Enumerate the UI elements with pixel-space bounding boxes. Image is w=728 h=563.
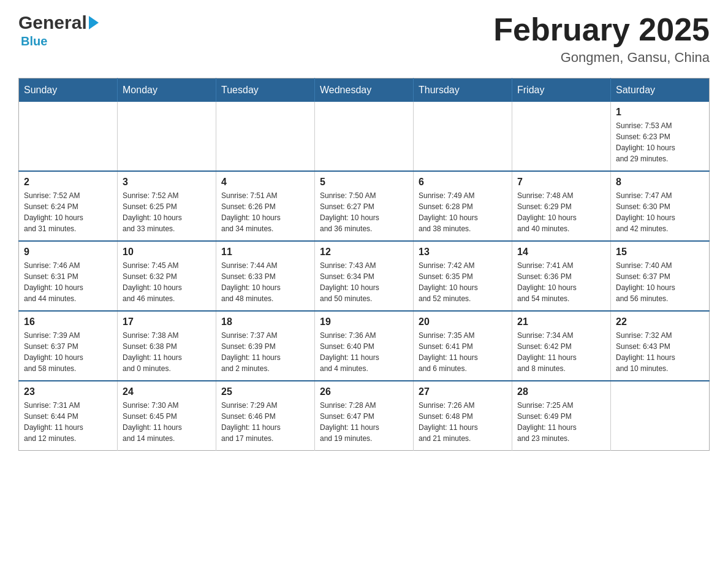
- weekday-header-wednesday: Wednesday: [315, 79, 414, 102]
- day-number: 2: [24, 177, 112, 188]
- day-info: Sunrise: 7:30 AM Sunset: 6:45 PM Dayligh…: [123, 400, 211, 444]
- calendar-cell: [315, 102, 414, 171]
- calendar-cell: 24Sunrise: 7:30 AM Sunset: 6:45 PM Dayli…: [118, 381, 216, 451]
- day-number: 4: [221, 177, 309, 188]
- calendar-cell: 17Sunrise: 7:38 AM Sunset: 6:38 PM Dayli…: [118, 311, 216, 381]
- day-info: Sunrise: 7:26 AM Sunset: 6:48 PM Dayligh…: [419, 400, 507, 444]
- day-number: 16: [24, 316, 112, 327]
- weekday-header-row: SundayMondayTuesdayWednesdayThursdayFrid…: [19, 79, 710, 102]
- day-info: Sunrise: 7:28 AM Sunset: 6:47 PM Dayligh…: [320, 400, 408, 444]
- day-info: Sunrise: 7:34 AM Sunset: 6:42 PM Dayligh…: [517, 330, 605, 374]
- calendar-cell: [611, 381, 710, 451]
- day-number: 27: [419, 386, 507, 397]
- day-info: Sunrise: 7:35 AM Sunset: 6:41 PM Dayligh…: [419, 330, 507, 374]
- calendar-cell: 18Sunrise: 7:37 AM Sunset: 6:39 PM Dayli…: [216, 311, 315, 381]
- calendar-cell: [19, 102, 118, 171]
- day-info: Sunrise: 7:51 AM Sunset: 6:26 PM Dayligh…: [221, 190, 309, 234]
- day-number: 10: [123, 247, 211, 258]
- calendar-cell: 25Sunrise: 7:29 AM Sunset: 6:46 PM Dayli…: [216, 381, 315, 451]
- day-number: 1: [616, 107, 704, 118]
- day-number: 11: [221, 247, 309, 258]
- day-info: Sunrise: 7:50 AM Sunset: 6:27 PM Dayligh…: [320, 190, 408, 234]
- day-info: Sunrise: 7:47 AM Sunset: 6:30 PM Dayligh…: [616, 190, 704, 234]
- day-number: 17: [123, 316, 211, 327]
- day-number: 8: [616, 177, 704, 188]
- day-info: Sunrise: 7:45 AM Sunset: 6:32 PM Dayligh…: [123, 260, 211, 304]
- weekday-header-thursday: Thursday: [414, 79, 512, 102]
- calendar-cell: 11Sunrise: 7:44 AM Sunset: 6:33 PM Dayli…: [216, 241, 315, 311]
- calendar-cell: [414, 102, 512, 171]
- day-number: 3: [123, 177, 211, 188]
- calendar-cell: 23Sunrise: 7:31 AM Sunset: 6:44 PM Dayli…: [19, 381, 118, 451]
- day-info: Sunrise: 7:44 AM Sunset: 6:33 PM Dayligh…: [221, 260, 309, 304]
- logo-general-text: General: [18, 12, 87, 33]
- day-number: 15: [616, 247, 704, 258]
- weekday-header-saturday: Saturday: [611, 79, 710, 102]
- day-number: 24: [123, 386, 211, 397]
- calendar-week-row: 16Sunrise: 7:39 AM Sunset: 6:37 PM Dayli…: [19, 311, 710, 381]
- day-number: 19: [320, 316, 408, 327]
- calendar-cell: 7Sunrise: 7:48 AM Sunset: 6:29 PM Daylig…: [512, 171, 611, 241]
- calendar-week-row: 2Sunrise: 7:52 AM Sunset: 6:24 PM Daylig…: [19, 171, 710, 241]
- day-info: Sunrise: 7:53 AM Sunset: 6:23 PM Dayligh…: [616, 120, 704, 164]
- day-number: 13: [419, 247, 507, 258]
- calendar-cell: 16Sunrise: 7:39 AM Sunset: 6:37 PM Dayli…: [19, 311, 118, 381]
- weekday-header-monday: Monday: [118, 79, 216, 102]
- day-info: Sunrise: 7:40 AM Sunset: 6:37 PM Dayligh…: [616, 260, 704, 304]
- day-info: Sunrise: 7:25 AM Sunset: 6:49 PM Dayligh…: [517, 400, 605, 444]
- calendar-cell: 2Sunrise: 7:52 AM Sunset: 6:24 PM Daylig…: [19, 171, 118, 241]
- title-area: February 2025 Gongmen, Gansu, China: [493, 12, 710, 66]
- calendar-cell: 13Sunrise: 7:42 AM Sunset: 6:35 PM Dayli…: [414, 241, 512, 311]
- day-number: 20: [419, 316, 507, 327]
- header: General Blue February 2025 Gongmen, Gans…: [18, 12, 710, 66]
- calendar-cell: 27Sunrise: 7:26 AM Sunset: 6:48 PM Dayli…: [414, 381, 512, 451]
- weekday-header-sunday: Sunday: [19, 79, 118, 102]
- calendar-week-row: 1Sunrise: 7:53 AM Sunset: 6:23 PM Daylig…: [19, 102, 710, 171]
- day-info: Sunrise: 7:32 AM Sunset: 6:43 PM Dayligh…: [616, 330, 704, 374]
- calendar-cell: 22Sunrise: 7:32 AM Sunset: 6:43 PM Dayli…: [611, 311, 710, 381]
- day-number: 23: [24, 386, 112, 397]
- calendar-cell: 26Sunrise: 7:28 AM Sunset: 6:47 PM Dayli…: [315, 381, 414, 451]
- day-number: 25: [221, 386, 309, 397]
- calendar-cell: 1Sunrise: 7:53 AM Sunset: 6:23 PM Daylig…: [611, 102, 710, 171]
- day-number: 7: [517, 177, 605, 188]
- calendar-cell: 28Sunrise: 7:25 AM Sunset: 6:49 PM Dayli…: [512, 381, 611, 451]
- day-info: Sunrise: 7:29 AM Sunset: 6:46 PM Dayligh…: [221, 400, 309, 444]
- calendar-cell: 21Sunrise: 7:34 AM Sunset: 6:42 PM Dayli…: [512, 311, 611, 381]
- day-info: Sunrise: 7:38 AM Sunset: 6:38 PM Dayligh…: [123, 330, 211, 374]
- calendar-cell: [512, 102, 611, 171]
- calendar-cell: 6Sunrise: 7:49 AM Sunset: 6:28 PM Daylig…: [414, 171, 512, 241]
- weekday-header-friday: Friday: [512, 79, 611, 102]
- day-info: Sunrise: 7:39 AM Sunset: 6:37 PM Dayligh…: [24, 330, 112, 374]
- day-info: Sunrise: 7:46 AM Sunset: 6:31 PM Dayligh…: [24, 260, 112, 304]
- calendar-week-row: 9Sunrise: 7:46 AM Sunset: 6:31 PM Daylig…: [19, 241, 710, 311]
- day-info: Sunrise: 7:49 AM Sunset: 6:28 PM Dayligh…: [419, 190, 507, 234]
- day-number: 9: [24, 247, 112, 258]
- calendar-cell: 12Sunrise: 7:43 AM Sunset: 6:34 PM Dayli…: [315, 241, 414, 311]
- calendar-cell: 14Sunrise: 7:41 AM Sunset: 6:36 PM Dayli…: [512, 241, 611, 311]
- day-info: Sunrise: 7:52 AM Sunset: 6:24 PM Dayligh…: [24, 190, 112, 234]
- calendar-cell: [216, 102, 315, 171]
- day-number: 5: [320, 177, 408, 188]
- day-number: 18: [221, 316, 309, 327]
- day-number: 12: [320, 247, 408, 258]
- calendar-cell: 10Sunrise: 7:45 AM Sunset: 6:32 PM Dayli…: [118, 241, 216, 311]
- day-number: 6: [419, 177, 507, 188]
- calendar-week-row: 23Sunrise: 7:31 AM Sunset: 6:44 PM Dayli…: [19, 381, 710, 451]
- location-title: Gongmen, Gansu, China: [493, 50, 710, 66]
- logo-blue-text: Blue: [18, 34, 47, 48]
- day-number: 22: [616, 316, 704, 327]
- month-title: February 2025: [493, 12, 710, 47]
- day-info: Sunrise: 7:52 AM Sunset: 6:25 PM Dayligh…: [123, 190, 211, 234]
- calendar-cell: 5Sunrise: 7:50 AM Sunset: 6:27 PM Daylig…: [315, 171, 414, 241]
- calendar-cell: 9Sunrise: 7:46 AM Sunset: 6:31 PM Daylig…: [19, 241, 118, 311]
- calendar-cell: 19Sunrise: 7:36 AM Sunset: 6:40 PM Dayli…: [315, 311, 414, 381]
- day-info: Sunrise: 7:41 AM Sunset: 6:36 PM Dayligh…: [517, 260, 605, 304]
- day-info: Sunrise: 7:31 AM Sunset: 6:44 PM Dayligh…: [24, 400, 112, 444]
- calendar-cell: 4Sunrise: 7:51 AM Sunset: 6:26 PM Daylig…: [216, 171, 315, 241]
- weekday-header-tuesday: Tuesday: [216, 79, 315, 102]
- day-number: 28: [517, 386, 605, 397]
- calendar-cell: 8Sunrise: 7:47 AM Sunset: 6:30 PM Daylig…: [611, 171, 710, 241]
- day-info: Sunrise: 7:43 AM Sunset: 6:34 PM Dayligh…: [320, 260, 408, 304]
- calendar-table: SundayMondayTuesdayWednesdayThursdayFrid…: [18, 78, 710, 451]
